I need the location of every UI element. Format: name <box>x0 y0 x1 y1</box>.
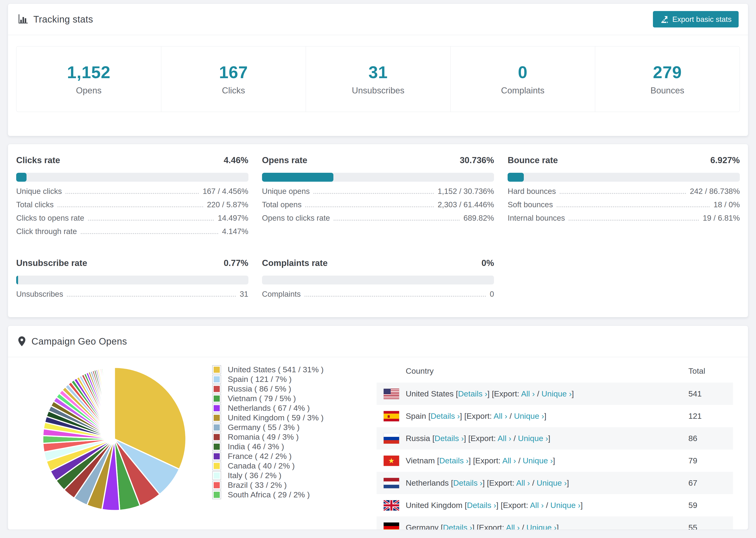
tracking-stats-header: Tracking stats Export basic stats <box>8 4 748 35</box>
export-unique-link[interactable]: Unique › <box>514 411 544 420</box>
export-unique-link[interactable]: Unique › <box>550 501 581 510</box>
export-all-link[interactable]: All › <box>506 523 520 530</box>
dotted-leader <box>305 206 434 207</box>
rate-row: Unsubscribes31 <box>16 290 248 303</box>
rate-row-value: 4.147% <box>222 227 248 236</box>
export-prefix: Export: <box>470 434 496 443</box>
summary-stats-grid: 1,152Opens167Clicks31Unsubscribes0Compla… <box>16 46 740 112</box>
legend-item-canada: Canada ( 40 / 2% ) <box>212 461 377 471</box>
summary-value: 31 <box>368 63 388 82</box>
export-all-link[interactable]: All › <box>498 434 512 443</box>
summary-label: Unsubscribes <box>352 86 404 95</box>
details-link[interactable]: Details › <box>435 434 464 443</box>
legend-label: South Africa ( 29 / 2% ) <box>228 490 310 499</box>
flag-us-icon <box>384 389 399 399</box>
table-row-nl: Netherlands [Details ›] [Export: All › /… <box>377 472 733 494</box>
country-cell: Spain [Details ›] [Export: All › / Uniqu… <box>406 411 688 421</box>
dotted-leader <box>557 206 710 207</box>
geo-title: Campaign Geo Opens <box>31 336 127 347</box>
legend-label: Italy ( 36 / 2% ) <box>228 471 282 480</box>
export-all-link[interactable]: All › <box>516 478 530 487</box>
dotted-leader <box>58 206 203 207</box>
legend-item-vietnam: Vietnam ( 79 / 5% ) <box>212 394 377 403</box>
legend-label: Spain ( 121 / 7% ) <box>228 375 292 384</box>
summary-label: Clicks <box>222 86 245 95</box>
rate-row-value: 220 / 5.87% <box>207 200 248 209</box>
rate-row: Internal bounces19 / 6.81% <box>508 214 740 227</box>
legend-label: India ( 46 / 3% ) <box>228 442 284 451</box>
summary-value: 167 <box>219 63 248 82</box>
rate-row: Total clicks220 / 5.87% <box>16 200 248 214</box>
details-link[interactable]: Details › <box>458 389 487 398</box>
legend-label: Brazil ( 33 / 2% ) <box>228 480 287 490</box>
details-link[interactable]: Details › <box>453 478 482 487</box>
export-all-link[interactable]: All › <box>530 501 544 510</box>
rates-card: Clicks rate4.46%Unique clicks167 / 4.456… <box>8 144 748 317</box>
flag-nl-icon <box>384 478 399 488</box>
table-row-de: Germany [Details ›] [Export: All › / Uni… <box>377 516 733 530</box>
export-unique-link[interactable]: Unique › <box>541 389 572 398</box>
rate-value: 0.77% <box>224 258 248 268</box>
export-prefix: Export: <box>494 389 519 398</box>
details-link[interactable]: Details › <box>439 456 469 465</box>
rate-title: Bounce rate <box>508 155 558 165</box>
export-basic-stats-button[interactable]: Export basic stats <box>653 11 739 27</box>
details-link[interactable]: Details › <box>443 523 472 530</box>
geo-content: United States ( 541 / 31% )Spain ( 121 /… <box>8 357 748 530</box>
geo-country-table: Country Total United States [Details ›] … <box>377 357 733 530</box>
total-cell: 79 <box>688 456 733 465</box>
rate-row: Hard bounces242 / 86.738% <box>508 187 740 200</box>
summary-box-complaints: 0Complaints <box>450 46 595 112</box>
progress-fill <box>508 173 523 182</box>
total-cell: 86 <box>688 434 733 443</box>
total-cell: 55 <box>688 523 733 530</box>
legend-label: Netherlands ( 67 / 4% ) <box>228 404 310 413</box>
details-link[interactable]: Details › <box>467 501 496 510</box>
summary-label: Bounces <box>651 86 684 95</box>
legend-swatch <box>212 490 221 499</box>
export-prefix: Export: <box>489 478 514 487</box>
rate-row: Click through rate4.147% <box>16 227 248 241</box>
geo-pie-legend: United States ( 541 / 31% )Spain ( 121 /… <box>212 357 377 500</box>
rate-row-value: 2,303 / 61.446% <box>438 200 494 209</box>
legend-label: France ( 42 / 2% ) <box>228 452 292 461</box>
legend-label: Romania ( 49 / 3% ) <box>228 432 298 442</box>
legend-swatch <box>212 452 221 461</box>
campaign-geo-opens-card: Campaign Geo Opens United States ( 541 /… <box>8 326 748 530</box>
rates-grid: Clicks rate4.46%Unique clicks167 / 4.456… <box>16 155 740 303</box>
legend-item-france: France ( 42 / 2% ) <box>212 452 377 461</box>
rate-title: Clicks rate <box>16 155 60 165</box>
rate-section-clicks-rate: Clicks rate4.46%Unique clicks167 / 4.456… <box>16 155 248 241</box>
rate-row: Total opens2,303 / 61.446% <box>262 200 494 214</box>
legend-swatch <box>212 394 221 403</box>
rate-row-label: Internal bounces <box>508 214 565 223</box>
details-link[interactable]: Details › <box>431 411 460 420</box>
legend-item-united-kingdom: United Kingdom ( 59 / 3% ) <box>212 413 377 422</box>
rate-row-label: Clicks to opens rate <box>16 214 84 223</box>
rate-row-label: Total opens <box>262 200 302 209</box>
export-all-link[interactable]: All › <box>502 456 516 465</box>
rate-title: Opens rate <box>262 155 307 165</box>
legend-swatch <box>212 404 221 413</box>
country-cell: United Kingdom [Details ›] [Export: All … <box>406 501 688 510</box>
export-unique-link[interactable]: Unique › <box>518 434 548 443</box>
geo-header: Campaign Geo Opens <box>8 326 748 357</box>
table-row-es: Spain [Details ›] [Export: All › / Uniqu… <box>377 405 733 427</box>
export-unique-link[interactable]: Unique › <box>537 478 567 487</box>
export-all-link[interactable]: All › <box>521 389 535 398</box>
table-row-vn: ★Vietnam [Details ›] [Export: All › / Un… <box>377 450 733 472</box>
dotted-leader <box>88 220 214 221</box>
column-header-total: Total <box>688 366 733 376</box>
rate-row: Soft bounces18 / 0% <box>508 200 740 214</box>
export-unique-link[interactable]: Unique › <box>523 456 553 465</box>
export-unique-link[interactable]: Unique › <box>526 523 557 530</box>
rate-row-value: 18 / 0% <box>714 200 740 209</box>
country-cell: Vietnam [Details ›] [Export: All › / Uni… <box>406 456 688 465</box>
geo-table-header: Country Total <box>377 359 733 383</box>
rate-row-label: Click through rate <box>16 227 77 236</box>
export-all-link[interactable]: All › <box>494 411 507 420</box>
summary-box-opens: 1,152Opens <box>17 46 161 112</box>
rate-row: Unique opens1,152 / 30.736% <box>262 187 494 200</box>
dotted-leader <box>334 220 460 221</box>
rate-value: 30.736% <box>460 155 494 165</box>
